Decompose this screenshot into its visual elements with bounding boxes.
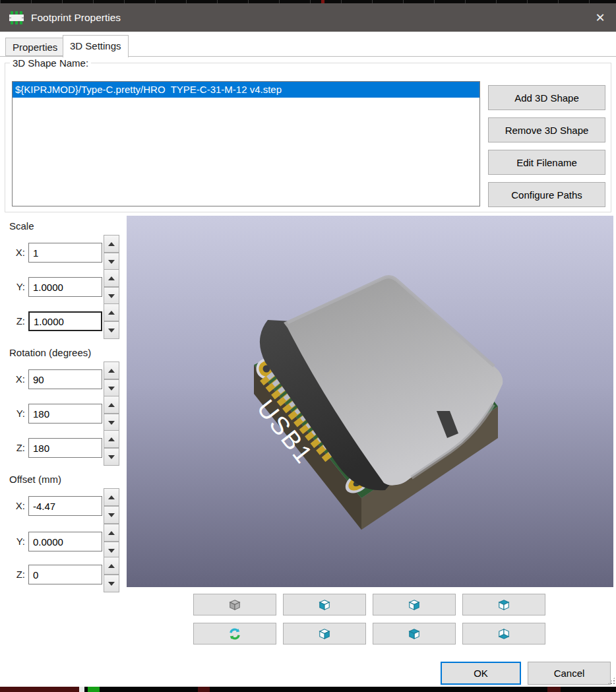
axis-label: X: [7,369,25,389]
rotation-z-row: Z: [0,438,125,458]
shape-list-item[interactable]: ${KIPRJMOD}/Type-C.pretty/HRO TYPE-C-31-… [13,82,479,98]
spin-down-button[interactable] [104,575,119,592]
view-top-icon [497,598,510,612]
spin-up-button[interactable] [104,557,119,575]
refresh-view-icon [228,627,241,641]
3d-preview-viewport[interactable]: USB1 [127,216,613,587]
axis-label: X: [7,243,25,263]
cancel-button[interactable]: Cancel [528,662,611,685]
rotation-x-spinner [104,362,119,397]
ok-button[interactable]: OK [441,662,521,685]
scale-y-spinner [104,269,119,305]
footprint-properties-dialog: Properties 3D Settings 3D Shape Name: ${… [0,32,616,687]
axis-label: Y: [7,404,25,424]
remove-3d-shape-button[interactable]: Remove 3D Shape [488,117,605,142]
configure-paths-button[interactable]: Configure Paths [488,182,605,207]
offset-y-spinner [104,524,119,559]
spin-down-button[interactable] [104,287,119,305]
view-left-button[interactable] [283,594,366,615]
rotation-z-input[interactable] [28,438,102,458]
rotation-x-input[interactable] [28,369,102,389]
footprint-icon [9,11,24,24]
background-app-edge-bottom [0,687,616,692]
close-icon[interactable]: ✕ [584,3,616,32]
offset-y-row: Y: [0,532,125,551]
rotation-section-label: Rotation (degrees) [9,347,91,358]
view-bottom-button[interactable] [462,623,545,645]
spin-up-button[interactable] [104,524,119,542]
offset-y-input[interactable] [28,532,102,551]
isometric-view-icon [228,598,241,612]
offset-z-row: Z: [0,565,125,584]
spin-up-button[interactable] [104,269,119,287]
rotation-y-input[interactable] [28,404,102,424]
view-front-button[interactable] [373,594,456,615]
offset-section-label: Offset (mm) [9,474,61,485]
view-back-button[interactable] [373,623,456,645]
view-bottom-icon [497,627,510,641]
view-back-icon [408,627,421,641]
spin-down-button[interactable] [104,448,119,466]
spin-up-button[interactable] [104,235,119,253]
view-top-button[interactable] [462,594,545,615]
add-3d-shape-button[interactable]: Add 3D Shape [488,85,605,110]
axis-label: Z: [7,565,25,584]
scale-y-row: Y: [0,277,125,297]
shape-name-groupbox: 3D Shape Name: ${KIPRJMOD}/Type-C.pretty… [5,63,611,212]
rotation-y-spinner [104,396,119,431]
scale-z-spinner [104,303,119,339]
spin-down-button[interactable] [104,253,119,270]
spin-up-button[interactable] [104,430,119,448]
spin-up-button[interactable] [104,362,119,379]
rotation-z-spinner [104,430,119,466]
axis-label: Y: [7,532,25,551]
axis-label: X: [7,496,25,516]
scale-section-label: Scale [9,220,34,232]
window-title: Footprint Properties [31,12,121,24]
rotation-x-row: X: [0,369,125,389]
scale-y-input[interactable] [28,277,102,297]
spin-down-button[interactable] [104,414,119,431]
spin-down-button[interactable] [104,321,119,339]
scale-x-input[interactable] [28,243,102,263]
edit-filename-button[interactable]: Edit Filename [488,150,605,175]
view-right-icon [318,627,331,641]
isometric-view-button[interactable] [193,594,276,615]
spin-down-button[interactable] [104,379,119,397]
offset-x-spinner [104,488,119,524]
spin-down-button[interactable] [104,506,119,524]
axis-label: Z: [7,311,25,331]
tab-properties[interactable]: Properties [5,38,65,56]
shape-name-label: 3D Shape Name: [10,57,91,69]
view-right-button[interactable] [283,623,366,645]
refresh-view-button[interactable] [193,623,276,645]
spin-up-button[interactable] [104,488,119,506]
rotation-y-row: Y: [0,404,125,424]
scale-z-input[interactable] [28,311,102,331]
view-left-icon [318,598,331,612]
scale-x-spinner [104,235,119,270]
offset-x-input[interactable] [28,496,102,516]
axis-label: Z: [7,438,25,458]
shape-listbox[interactable]: ${KIPRJMOD}/Type-C.pretty/HRO TYPE-C-31-… [12,81,480,206]
view-front-icon [408,598,421,612]
tab-3d-settings[interactable]: 3D Settings [63,35,129,57]
titlebar: Footprint Properties ✕ [0,3,616,32]
offset-z-input[interactable] [28,565,102,584]
offset-z-spinner [104,557,119,592]
scale-z-row: Z: [0,311,125,331]
spin-up-button[interactable] [104,303,119,321]
spin-up-button[interactable] [104,396,119,414]
scale-x-row: X: [0,243,125,263]
offset-x-row: X: [0,496,125,516]
axis-label: Y: [7,277,25,297]
